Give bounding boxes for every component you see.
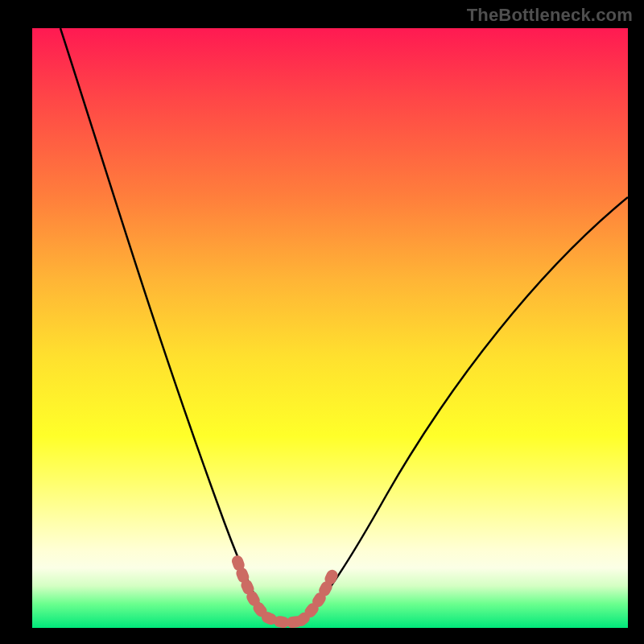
plot-area [32, 28, 628, 628]
highlight-left-dash [237, 561, 267, 617]
chart-frame: TheBottleneck.com [0, 0, 644, 644]
bottleneck-curve-right [302, 197, 628, 621]
bottleneck-curve-left [60, 28, 266, 616]
watermark-text: TheBottleneck.com [467, 5, 633, 26]
highlight-right-dash [301, 569, 335, 621]
curve-svg [32, 28, 628, 628]
